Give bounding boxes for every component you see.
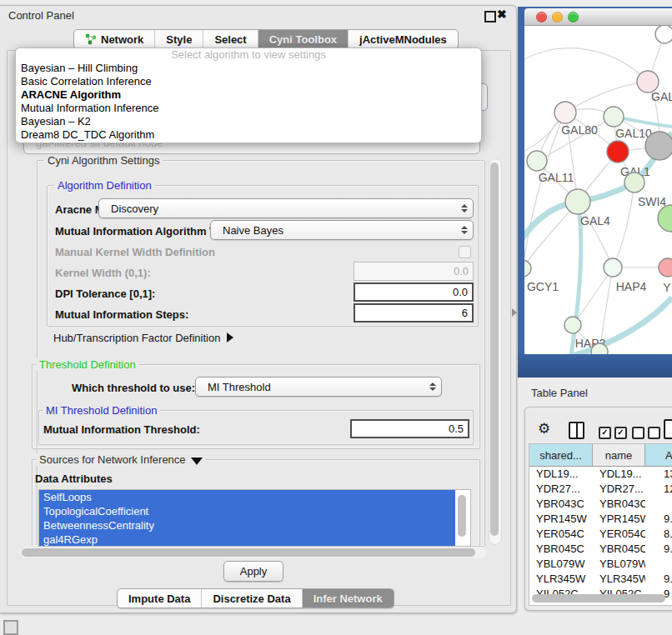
table-row[interactable]: YER054CYER054C8. bbox=[529, 527, 672, 542]
table-cell: 9. bbox=[645, 572, 672, 587]
zoom-window-icon[interactable] bbox=[568, 12, 579, 22]
table-cell: YLR345W bbox=[529, 572, 593, 587]
document-icon[interactable] bbox=[664, 419, 672, 439]
close-window-icon[interactable] bbox=[536, 12, 547, 22]
table-row[interactable]: YLR345WYLR345W9. bbox=[529, 572, 672, 587]
network-node[interactable] bbox=[655, 26, 672, 43]
mi-steps-input[interactable]: 6 bbox=[354, 303, 474, 322]
algorithm-option[interactable]: Bayesian – Hill Climbing bbox=[16, 62, 481, 75]
algorithm-option[interactable]: ARACNE Algorithm bbox=[16, 88, 481, 102]
network-edge[interactable] bbox=[524, 112, 565, 268]
network-node-swi4[interactable] bbox=[624, 172, 644, 192]
table-cell: 12 bbox=[645, 482, 672, 497]
tab-cyni-toolbox[interactable]: Cyni Toolbox bbox=[258, 30, 348, 48]
network-node[interactable] bbox=[658, 205, 672, 232]
unchecked-pair-icon[interactable] bbox=[632, 427, 660, 439]
tab-jactivemnodules[interactable]: jActiveMNodules bbox=[348, 30, 458, 48]
minimize-window-icon[interactable] bbox=[552, 12, 563, 22]
settings-vscrollbar-thumb[interactable] bbox=[490, 162, 499, 536]
algorithm-option[interactable]: Mutual Information Inference bbox=[16, 102, 481, 115]
node-label: GAL80 bbox=[561, 123, 598, 137]
checked-pair-icon[interactable]: ✓✓ bbox=[599, 427, 627, 439]
table-cell: 13 bbox=[645, 467, 672, 482]
network-node-hap4[interactable] bbox=[604, 258, 622, 277]
combo-spinner-icon bbox=[461, 204, 468, 212]
tab-style[interactable]: Style bbox=[154, 30, 203, 48]
tab-infer-network[interactable]: Infer Network bbox=[302, 589, 394, 608]
algorithm-option[interactable]: Bayesian – K2 bbox=[16, 115, 481, 128]
network-edge[interactable] bbox=[524, 48, 648, 82]
cyni-settings-group-title: Cyni Algorithm Settings bbox=[44, 154, 163, 167]
tab-label: jActiveMNodules bbox=[359, 33, 447, 46]
hub-definition-toggle[interactable]: Hub/Transcription Factor Definition bbox=[53, 332, 233, 344]
table-cell: YLR345W bbox=[593, 572, 645, 587]
network-node-hap2[interactable] bbox=[564, 317, 581, 333]
network-node-gal80[interactable] bbox=[554, 102, 576, 123]
split-divider-arrow[interactable] bbox=[512, 308, 517, 317]
network-node-gal4[interactable] bbox=[565, 189, 590, 214]
network-node[interactable] bbox=[645, 132, 672, 160]
algorithm-option[interactable]: Basic Correlation Inference bbox=[16, 75, 481, 88]
aracne-mode-combo[interactable]: Discovery bbox=[98, 198, 474, 218]
network-view-canvas[interactable]: GALGAL80GAL10GAL1GAL11SWI4GAL4GCY1HAP4YH… bbox=[524, 26, 672, 354]
table-row[interactable]: YPR145WYPR145W9. bbox=[529, 512, 672, 527]
network-node-gal11[interactable] bbox=[527, 151, 547, 171]
network-edge[interactable] bbox=[613, 182, 634, 268]
table-row[interactable]: YBR045CYBR045C9. bbox=[529, 542, 672, 557]
manual-kernel-label: Manual Kernel Width Definition bbox=[55, 246, 215, 258]
tab-impute-data[interactable]: Impute Data bbox=[118, 589, 201, 608]
data-attribute-item[interactable]: SelfLoops bbox=[39, 490, 455, 504]
tab-select[interactable]: Select bbox=[203, 30, 257, 48]
node-table[interactable]: shared...nameA YDL19...YDL19...13YDR27..… bbox=[529, 443, 672, 606]
node-label: Y bbox=[663, 281, 671, 294]
algorithm-option[interactable]: Dream8 DC_TDC Algorithm bbox=[16, 128, 481, 142]
column-layout-icon[interactable] bbox=[569, 422, 584, 439]
mi-threshold-input[interactable]: 0.5 bbox=[350, 419, 469, 438]
list-scrollbar-thumb[interactable] bbox=[458, 495, 466, 537]
network-window-titlebar[interactable] bbox=[524, 8, 672, 26]
float-panel-icon[interactable] bbox=[484, 11, 496, 22]
column-header-2[interactable]: name bbox=[593, 444, 645, 466]
network-node-gcy1[interactable] bbox=[524, 260, 531, 277]
table-cell: YBR043C bbox=[529, 497, 593, 512]
network-node[interactable] bbox=[591, 343, 608, 354]
apply-button[interactable]: Apply bbox=[223, 561, 283, 582]
algorithm-dropdown-popup: Select algorithm to view settings Bayesi… bbox=[15, 48, 482, 143]
kernel-width-input[interactable]: 0.0 bbox=[354, 262, 474, 281]
data-attribute-item[interactable]: gal4RGexp bbox=[39, 532, 455, 547]
table-row[interactable]: YBR043CYBR043C bbox=[529, 497, 672, 512]
collapsed-arrow-icon bbox=[227, 332, 233, 342]
network-node-y[interactable] bbox=[659, 258, 672, 277]
sources-group-title[interactable]: Sources for Network Inference bbox=[36, 453, 206, 466]
tab-discretize-data[interactable]: Discretize Data bbox=[201, 589, 301, 608]
settings-hscrollbar-thumb[interactable] bbox=[22, 548, 475, 557]
table-cell: YDR27... bbox=[593, 482, 645, 497]
settings-gear-icon[interactable]: ⚙ bbox=[538, 420, 550, 438]
network-node-gal1[interactable] bbox=[607, 141, 629, 162]
settings-hscrollbar[interactable] bbox=[20, 547, 487, 558]
mi-type-combo[interactable]: Naive Bayes bbox=[210, 220, 474, 240]
table-row[interactable]: YBL079WYBL079W bbox=[529, 557, 672, 572]
table-hscrollbar-thumb[interactable] bbox=[532, 594, 665, 602]
table-row[interactable]: YDR27...YDR27...12 bbox=[529, 482, 672, 497]
close-panel-icon[interactable]: ✖ bbox=[497, 8, 507, 21]
table-row[interactable]: YDL19...YDL19...13 bbox=[529, 467, 672, 482]
network-edge[interactable] bbox=[565, 82, 648, 112]
table-cell: 8. bbox=[645, 527, 672, 542]
dpi-tolerance-input[interactable]: 0.0 bbox=[354, 282, 474, 302]
manual-kernel-checkbox[interactable] bbox=[459, 246, 471, 258]
tab-label: Style bbox=[166, 33, 192, 46]
data-attribute-item[interactable]: BetweennessCentrality bbox=[39, 518, 455, 532]
tab-network[interactable]: Network bbox=[74, 30, 154, 48]
which-threshold-combo[interactable]: MI Threshold bbox=[195, 377, 442, 397]
mi-threshold-group-title: MI Threshold Definition bbox=[43, 404, 160, 417]
tab-label: Network bbox=[101, 33, 143, 46]
data-attributes-list[interactable]: SelfLoopsTopologicalCoefficientBetweenne… bbox=[38, 489, 471, 547]
column-header-1[interactable]: shared... bbox=[529, 444, 593, 466]
data-attribute-item[interactable]: TopologicalCoefficient bbox=[39, 504, 455, 518]
column-header-3[interactable]: A bbox=[645, 444, 672, 466]
settings-vscrollbar[interactable] bbox=[489, 158, 502, 545]
restore-panel-icon[interactable] bbox=[3, 620, 18, 635]
network-node-gal10[interactable] bbox=[604, 107, 624, 127]
table-cell: 9. bbox=[645, 512, 672, 527]
